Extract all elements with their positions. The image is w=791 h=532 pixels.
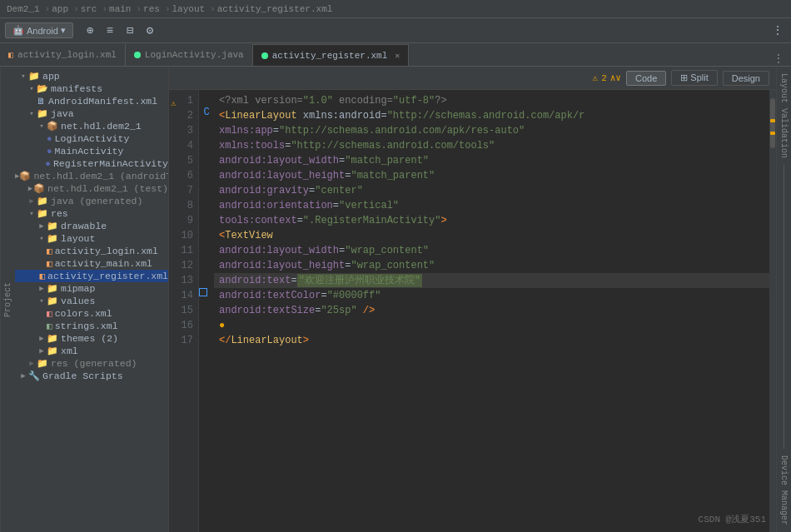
tree-label-mipmap: mipmap	[61, 283, 95, 294]
folder-icon-app: 📁	[28, 71, 40, 82]
package-icon-test: 📦	[33, 183, 45, 194]
tree-item-activity-main-xml[interactable]: ◧ activity_main.xml	[15, 257, 168, 270]
tree-arrow-java-gen: ▶	[27, 196, 37, 206]
tree-item-activity-login-xml[interactable]: ◧ activity_login.xml	[15, 245, 168, 257]
tree-item-layout[interactable]: ▾ 📁 layout	[15, 232, 168, 245]
xml-icon: ◧	[8, 50, 13, 60]
tree-item-mainactivity[interactable]: ● MainActivity	[15, 145, 168, 157]
breadcrumb-app[interactable]: app	[52, 4, 68, 14]
code-line-5: android:layout_width="match_parent"	[214, 153, 769, 168]
xml-icon-login: ◧	[47, 246, 52, 256]
tree-item-values[interactable]: ▾ 📁 values	[15, 295, 168, 307]
android-dropdown[interactable]: 🤖 Android ▾	[5, 22, 73, 38]
tree-item-res-generated[interactable]: ▶ 📁 res (generated)	[15, 357, 168, 370]
tab-register-xml[interactable]: activity_register.xml ✕	[253, 44, 410, 66]
line-num-10: 10	[169, 228, 198, 243]
gradle-icon: 🔧	[28, 370, 40, 381]
tab-login-xml[interactable]: ◧ activity_login.xml	[0, 44, 126, 66]
fold-7	[199, 180, 214, 195]
warning-down-icon[interactable]: ∨	[615, 72, 621, 83]
code-line-15: android:textSize="25sp" />	[214, 303, 769, 318]
main-layout: Project ▾ 📁 app ▾ 📂 manifests 🗎 AndroidM…	[0, 67, 791, 532]
tabs-overflow[interactable]: ⋮	[766, 52, 791, 66]
tree-label-themes: themes (2)	[61, 333, 118, 344]
tree-arrow-package: ▾	[37, 122, 47, 131]
strings-icon: ◧	[47, 321, 52, 331]
minus-icon[interactable]: ⊟	[122, 22, 138, 39]
toolbar-icons: ⊕ ≡ ⊟ ⚙	[82, 22, 158, 39]
warning-up-icon[interactable]: ∧	[610, 72, 616, 83]
fold-5	[199, 150, 214, 165]
breadcrumb-src[interactable]: src	[81, 4, 97, 14]
tree-item-colors[interactable]: ◧ colors.xml	[15, 307, 168, 320]
class-icon-login: ●	[47, 134, 52, 144]
layout-validation-label[interactable]: Layout Validation	[778, 67, 790, 165]
scrollbar-thumb[interactable]	[770, 98, 775, 148]
tree-label-gradle: Gradle Scripts	[42, 370, 123, 381]
tree-item-java[interactable]: ▾ 📁 java	[15, 107, 168, 120]
line-num-6: 6	[169, 168, 198, 183]
code-view-button[interactable]: Code	[626, 71, 666, 86]
tree-item-test[interactable]: ▶ 📦 net.hdl.dem2_1 (test)	[15, 182, 168, 195]
tree-item-androidmanifest[interactable]: 🗎 AndroidManifest.xml	[15, 95, 168, 107]
linearlayout-tag: LinearLayout	[225, 110, 296, 122]
tree-item-loginactivity[interactable]: ● LoginActivity	[15, 132, 168, 145]
yellow-dot-16: ●	[219, 320, 225, 331]
tree-item-mipmap[interactable]: ▶ 📁 mipmap	[15, 282, 168, 295]
scrollbar-warn-marker	[770, 119, 775, 122]
device-manager-label[interactable]: Device Manager	[778, 449, 790, 532]
code-line-11: android:layout_width="wrap_content"	[214, 243, 769, 258]
breadcrumb-layout[interactable]: layout	[172, 4, 206, 14]
tree-item-strings[interactable]: ◧ strings.xml	[15, 320, 168, 332]
tree-item-activity-register-xml[interactable]: ◧ activity_register.xml	[15, 270, 168, 282]
fold-3	[199, 120, 214, 135]
tree-item-app[interactable]: ▾ 📁 app	[15, 70, 168, 82]
more-options-icon[interactable]: ⋮	[769, 22, 786, 39]
add-icon[interactable]: ⊕	[82, 22, 98, 39]
code-editor[interactable]: 1 ⚠ 2 3 4 5 6 7 8 9 10 11 12 13 14 15 16…	[169, 90, 776, 532]
code-lines[interactable]: <?xml version="1.0" encoding="utf-8"?> <…	[214, 90, 769, 532]
editor-toolbar: ⚠ 2 ∧ ∨ Code ⊞ Split Design	[169, 67, 776, 90]
list-icon[interactable]: ≡	[102, 22, 118, 39]
split-icon: ⊞	[680, 72, 688, 82]
gutter: C	[199, 90, 214, 532]
design-view-button[interactable]: Design	[723, 71, 769, 86]
tree-label-res: res	[51, 208, 68, 219]
tab-close-icon[interactable]: ✕	[395, 51, 400, 61]
tree-label-app: app	[42, 71, 60, 82]
tree-item-registeractivity[interactable]: ● RegisterMainActivity	[15, 157, 168, 170]
tree-arrow-values: ▾	[37, 296, 47, 306]
fold-10	[199, 225, 214, 240]
breadcrumb-dem2[interactable]: Dem2_1	[7, 4, 40, 14]
code-line-9: tools:context=".RegisterMainActivity">	[214, 213, 769, 228]
tree-item-androidtest[interactable]: ▶ 📦 net.hdl.dem2_1 (androidTest)	[15, 170, 168, 182]
folder-icon-values: 📁	[47, 296, 58, 306]
tree-item-package[interactable]: ▾ 📦 net.hdl.dem2_1	[15, 120, 168, 132]
tree-item-manifests[interactable]: ▾ 📂 manifests	[15, 82, 168, 95]
fold-2[interactable]: C	[199, 105, 214, 120]
xml-version-val: "1.0"	[303, 95, 333, 107]
tab-login-java[interactable]: LoginActivity.java	[126, 44, 253, 66]
tree-item-gradle-scripts[interactable]: ▶ 🔧 Gradle Scripts	[15, 370, 168, 382]
vertical-scrollbar[interactable]	[769, 90, 776, 532]
tree-item-drawable[interactable]: ▶ 📁 drawable	[15, 220, 168, 232]
fold-1	[199, 90, 214, 105]
tree-item-themes[interactable]: ▶ 📁 themes (2)	[15, 332, 168, 345]
manifest-icon: 🗎	[37, 96, 46, 107]
breadcrumb-main[interactable]: main	[109, 4, 131, 14]
tree-arrow-manifests: ▾	[27, 84, 37, 93]
tree-item-res[interactable]: ▾ 📁 res	[15, 207, 168, 220]
project-panel-label[interactable]: Project	[0, 67, 15, 532]
warning-icon: ⚠	[593, 72, 599, 83]
tree-item-xml[interactable]: ▶ 📁 xml	[15, 345, 168, 357]
folder-icon-drawable: 📁	[47, 221, 58, 231]
fold-6	[199, 165, 214, 180]
tree-arrow-test: ▶	[27, 184, 33, 193]
toolbar-right: ⋮	[769, 22, 786, 39]
breadcrumb-file[interactable]: activity_register.xml	[217, 4, 333, 14]
split-view-button[interactable]: ⊞ Split	[671, 70, 717, 86]
breadcrumb-res[interactable]: res	[143, 4, 160, 14]
tree-label-colors: colors.xml	[55, 308, 112, 319]
tree-item-java-generated[interactable]: ▶ 📁 java (generated)	[15, 195, 168, 207]
settings-icon[interactable]: ⚙	[142, 22, 158, 39]
